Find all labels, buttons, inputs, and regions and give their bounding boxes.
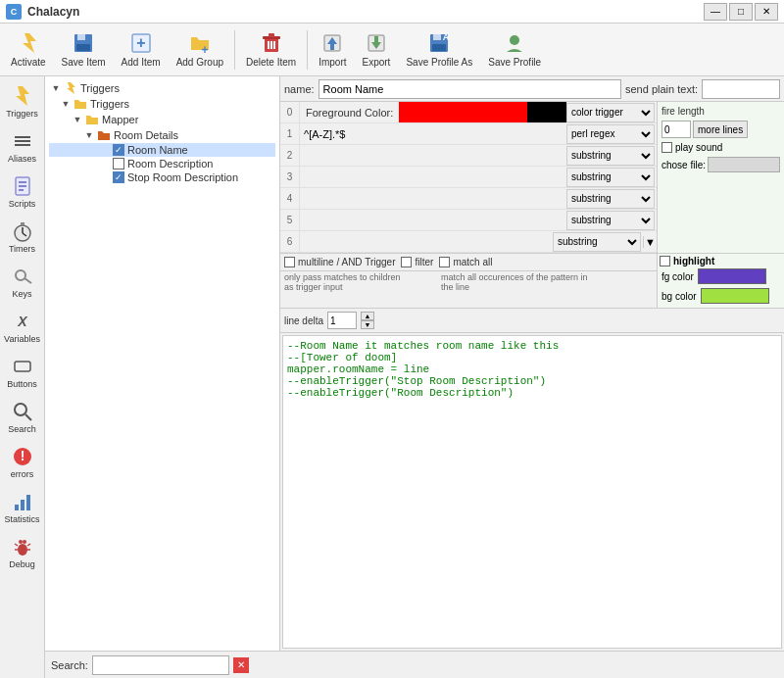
chose-file-label: chose file: — [662, 160, 706, 170]
content-body: ▼ Triggers ▼ Triggers ▼ Mapper — [45, 76, 784, 651]
save-item-button[interactable]: Save Item — [55, 26, 113, 73]
play-sound-checkbox[interactable] — [662, 142, 672, 153]
pattern-type-select-1[interactable]: perl regex substring color trigger — [566, 124, 655, 144]
pattern-num-2: 2 — [280, 145, 300, 166]
fire-length-label: fire length — [662, 106, 707, 117]
multiline-checkbox[interactable] — [284, 257, 295, 267]
line-delta-down[interactable]: ▼ — [361, 320, 374, 329]
pattern-type-select-4[interactable]: substring perl regex color trigger — [566, 189, 655, 209]
pattern-row-3: 3 substring perl regex color trigger — [280, 167, 657, 188]
main-layout: Triggers Aliases Scripts — [0, 76, 784, 678]
fg-color-label: fg color — [662, 271, 694, 282]
bg-color-row: bg color — [660, 286, 782, 306]
pattern-num-4: 4 — [280, 188, 300, 209]
close-button[interactable]: ✕ — [755, 3, 778, 21]
fire-length-header: fire length — [660, 104, 782, 119]
delete-item-button[interactable]: Delete Item — [239, 26, 303, 73]
line-delta-label: line delta — [284, 315, 323, 326]
tree-label-triggers-group: Triggers — [90, 98, 129, 110]
errors-label: errors — [11, 469, 34, 479]
pattern-input-2[interactable] — [300, 145, 566, 166]
import-button[interactable]: Import — [312, 26, 353, 73]
match-all-option: match all — [439, 257, 492, 267]
tree-item-triggers-root[interactable]: ▼ Triggers — [49, 80, 275, 96]
line-delta-input[interactable] — [327, 312, 357, 329]
sidebar-item-triggers[interactable]: Triggers — [1, 80, 44, 123]
sidebar-item-errors[interactable]: ! errors — [1, 441, 44, 484]
filter-checkbox[interactable] — [401, 257, 412, 267]
match-all-checkbox[interactable] — [439, 257, 450, 267]
sidebar-item-search[interactable]: Search — [1, 396, 44, 439]
triggers-icon — [12, 85, 33, 107]
tree-item-triggers-group[interactable]: ▼ Triggers — [49, 96, 275, 112]
maximize-button[interactable]: □ — [729, 3, 753, 21]
fg-color-swatch[interactable] — [698, 268, 766, 284]
tree-item-room-name[interactable]: Room Name — [49, 143, 275, 157]
highlight-checkbox[interactable] — [660, 256, 670, 266]
bg-color-label: bg color — [662, 291, 697, 302]
code-editor[interactable]: --Room Name it matches room name like th… — [282, 335, 782, 649]
sidebar-item-debug[interactable]: Debug — [1, 531, 44, 574]
pattern-type-select-3[interactable]: substring perl regex color trigger — [566, 168, 655, 187]
pattern-type-select-6[interactable]: substring perl regex color trigger — [553, 232, 641, 252]
import-label: Import — [318, 57, 346, 68]
room-name-checkbox[interactable] — [113, 144, 124, 156]
pattern-type-select-5[interactable]: substring perl regex color trigger — [566, 211, 655, 230]
pattern-input-6[interactable] — [300, 231, 553, 252]
svg-line-35 — [24, 278, 31, 283]
tree-item-room-details[interactable]: ▼ Room Details — [49, 127, 275, 143]
name-input[interactable] — [318, 79, 621, 99]
svg-marker-0 — [23, 33, 36, 53]
tree-arrow-triggers: ▼ — [51, 83, 61, 93]
pattern-color-label: Foreground Color: — [300, 107, 399, 119]
save-profile-button[interactable]: Save Profile — [481, 26, 548, 73]
pattern-area: 0 Foreground Color: color trigger perl r… — [280, 102, 784, 254]
buttons-icon — [12, 356, 33, 377]
stop-room-description-checkbox[interactable] — [113, 171, 124, 183]
activate-button[interactable]: Activate — [4, 26, 53, 73]
pattern-input-5[interactable] — [300, 210, 566, 230]
fire-length-input[interactable] — [662, 121, 691, 138]
pattern-input-3[interactable] — [300, 167, 566, 187]
search-label: Search — [8, 424, 36, 434]
filter-hint: only pass matches to children as trigger… — [284, 272, 402, 292]
pattern-type-select-2[interactable]: substring perl regex color trigger — [566, 146, 655, 166]
svg-point-47 — [23, 540, 26, 544]
sidebar-item-timers[interactable]: Timers — [1, 216, 44, 259]
add-group-button[interactable]: + Add Group — [170, 26, 230, 73]
search-bar-input[interactable] — [92, 655, 229, 675]
filter-option: filter — [401, 257, 433, 267]
tree-item-stop-room-description[interactable]: Stop Room Description — [49, 170, 275, 184]
scroll-indicator: ▼ — [643, 236, 657, 248]
sidebar-item-buttons[interactable]: Buttons — [1, 351, 44, 394]
tree-item-mapper[interactable]: ▼ Mapper — [49, 112, 275, 127]
play-sound-row: play sound — [660, 140, 782, 155]
minimize-button[interactable]: — — [704, 3, 727, 21]
sidebar-item-scripts[interactable]: Scripts — [1, 170, 44, 214]
activate-label: Activate — [11, 57, 46, 68]
pattern-input-1[interactable] — [300, 123, 566, 144]
timers-label: Timers — [9, 244, 35, 254]
tree-label-room-name: Room Name — [127, 144, 188, 156]
sidebar-item-keys[interactable]: Keys — [1, 261, 44, 304]
send-plain-input[interactable] — [702, 79, 780, 99]
search-clear-button[interactable]: ✕ — [233, 657, 249, 673]
line-delta-up[interactable]: ▲ — [361, 312, 374, 320]
room-description-checkbox[interactable] — [113, 158, 124, 170]
bg-color-swatch[interactable] — [701, 288, 769, 304]
svg-rect-18 — [433, 34, 441, 40]
pattern-type-select-0[interactable]: color trigger perl regex substring — [566, 103, 655, 122]
add-item-button[interactable]: + Add Item — [115, 26, 168, 73]
sidebar-item-aliases[interactable]: Aliases — [1, 125, 44, 169]
sidebar-item-variables[interactable]: X Variables — [1, 306, 44, 349]
tree-label-room-description: Room Description — [127, 158, 213, 170]
sidebar-item-statistics[interactable]: Statistics — [1, 486, 44, 529]
svg-rect-23 — [15, 136, 30, 138]
export-button[interactable]: Export — [356, 26, 398, 73]
save-profile-as-button[interactable]: A Save Profile As — [399, 26, 479, 73]
svg-rect-19 — [432, 44, 446, 51]
pattern-row-5: 5 substring perl regex color trigger — [280, 210, 657, 231]
tree-item-room-description[interactable]: Room Description — [49, 157, 275, 170]
pattern-input-4[interactable] — [300, 188, 566, 209]
more-lines-button[interactable]: more lines — [693, 121, 748, 138]
